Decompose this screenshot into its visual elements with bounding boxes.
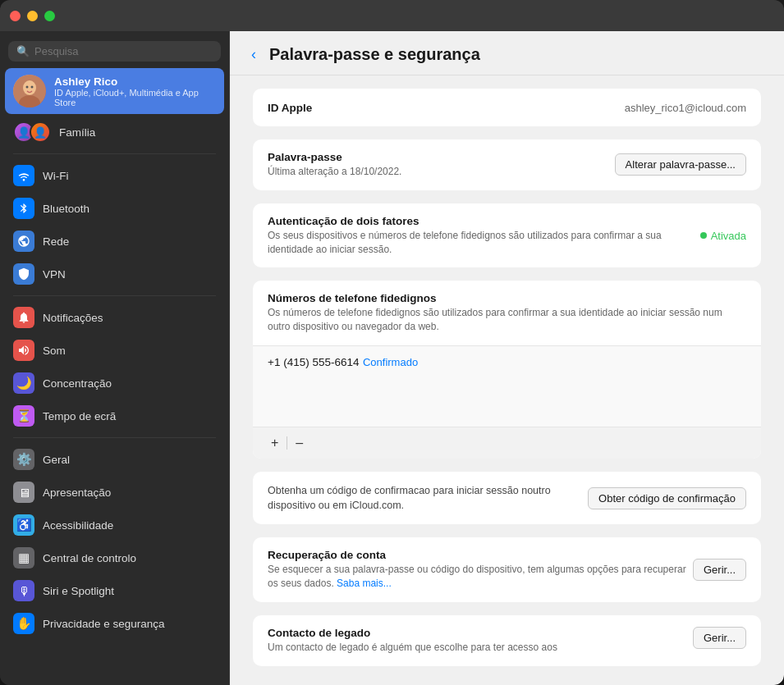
title-bar [0,0,784,31]
sidebar-item-vpn[interactable]: VPN [5,258,224,290]
sidebar-divider-1 [13,153,216,154]
apple-id-row: ID Apple ashley_rico1@icloud.com [253,89,761,126]
sidebar-item-label-bluetooth: Bluetooth [43,203,89,215]
two-factor-row: Autenticação de dois fatores Os seus dis… [253,203,761,268]
focus-icon: 🌙 [13,372,34,394]
display-icon: 🖥 [13,482,34,503]
apple-id-value: ashley_rico1@icloud.com [625,102,746,114]
sidebar-item-siri[interactable]: 🎙 Siri e Spotlight [5,574,224,607]
accessibility-icon: ♿ [13,514,34,536]
sidebar-item-bluetooth[interactable]: Bluetooth [5,192,224,225]
search-input[interactable] [34,45,213,57]
legacy-label-text: Contacto de legado [268,627,693,639]
sidebar-item-rede[interactable]: Rede [5,225,224,258]
status-dot [700,232,707,239]
user-subtitle: ID Apple, iCloud+, Multimédia e App Stor… [54,88,216,107]
family-avatar-2: 👤 [30,121,51,143]
privacy-icon: ✋ [13,613,34,634]
search-icon: 🔍 [16,45,30,57]
sidebar-item-wifi[interactable]: Wi-Fi [5,159,224,192]
sidebar-item-concentracao[interactable]: 🌙 Concentração [5,367,224,400]
app-window: 🔍 [0,0,784,685]
saba-link[interactable]: Saba mais... [337,578,392,589]
phone-confirmed: Confirmado [363,356,418,368]
password-row: Palavra-passe Última alteração a 18/10/2… [253,139,761,190]
back-button[interactable]: ‹ [246,44,261,65]
phone-number: +1 (415) 555-6614 [268,356,359,368]
legacy-contact-section: Contacto de legado Um contacto de legado… [253,615,761,666]
password-label-text: Palavra-passe [268,151,615,163]
sidebar-divider-3 [13,437,216,438]
confirm-code-section: Obtenha um código de confirmacao para in… [253,472,761,524]
recovery-label-text: Recuperação de conta [268,549,693,561]
family-item[interactable]: 👤 👤 Família [5,116,224,148]
page-title: Palavra-passe e segurança [269,45,480,64]
sidebar-item-label-concentracao: Concentração [43,377,112,390]
sidebar-item-som[interactable]: Som [5,334,224,367]
two-factor-label-text: Autenticação de dois fatores [268,215,700,227]
trusted-numbers-header-row: Números de telefone fidedignos Os número… [253,281,761,346]
sidebar-item-label-geral: Geral [43,454,70,466]
trusted-numbers-sub-text: Os números de telefone fidedignos são ut… [268,306,746,334]
sidebar-item-label-tempo: Tempo de ecrã [43,410,116,422]
svg-point-5 [31,86,34,89]
close-button[interactable] [10,11,21,21]
general-icon: ⚙️ [13,449,34,470]
sidebar: 🔍 [0,31,230,685]
two-factor-status: Ativada [700,230,746,242]
password-label: Palavra-passe Última alteração a 18/10/2… [268,151,615,179]
change-password-button[interactable]: Alterar palavra-passe... [615,153,746,176]
sidebar-item-label-apresentacao: Apresentação [43,486,111,499]
sidebar-item-label-rede: Rede [43,235,69,248]
sidebar-item-label-siri: Siri e Spotlight [43,585,114,597]
network-icon [13,231,34,252]
recovery-manage-button[interactable]: Gerir... [693,559,746,581]
family-label: Família [59,126,95,139]
user-info: Ashley Rico ID Apple, iCloud+, Multimédi… [54,75,216,107]
svg-point-4 [26,86,29,89]
add-phone-button[interactable]: + [264,434,285,452]
search-bar[interactable]: 🔍 [8,41,221,62]
sidebar-item-label-notificacoes: Notificações [43,312,103,324]
sidebar-item-notificacoes[interactable]: Notificações [5,301,224,334]
content-area: 🔍 [0,31,784,685]
trusted-numbers-section: Números de telefone fidedignos Os número… [253,281,761,459]
sidebar-item-geral[interactable]: ⚙️ Geral [5,443,224,476]
sidebar-divider-2 [13,295,216,296]
trusted-numbers-label-text: Números de telefone fidedignos [268,292,746,304]
sidebar-item-label-wifi: Wi-Fi [43,170,68,182]
wifi-icon [13,165,34,186]
phone-box: +1 (415) 555-6614 Confirmado [253,346,761,377]
sidebar-item-label-vpn: VPN [43,268,66,281]
trusted-numbers-label: Números de telefone fidedignos Os número… [268,292,746,334]
get-code-button[interactable]: Obter código de confirmação [588,487,746,509]
phone-empty-area [253,377,761,427]
minimize-button[interactable] [27,11,38,21]
notification-icon [13,307,34,328]
password-sub-text: Última alteração a 18/10/2022. [268,165,615,179]
legacy-row: Contacto de legado Um contacto de legado… [253,615,761,666]
sidebar-item-apresentacao[interactable]: 🖥 Apresentação [5,476,224,509]
sidebar-list: Ashley Rico ID Apple, iCloud+, Multimédi… [0,68,229,685]
sidebar-item-label-privacidade: Privacidade e segurança [43,618,165,630]
apple-id-label-text: ID Apple [268,102,312,114]
sidebar-item-privacidade[interactable]: ✋ Privacidade e segurança [5,607,224,640]
maximize-button[interactable] [44,11,55,21]
password-section: Palavra-passe Última alteração a 18/10/2… [253,139,761,190]
legacy-label: Contacto de legado Um contacto de legado… [268,627,693,655]
recovery-row: Recuperação de conta Se esquecer a sua p… [253,537,761,602]
recovery-sub-text: Se esquecer a sua palavra-passe ou códig… [268,563,693,591]
two-factor-section: Autenticação de dois fatores Os seus dis… [253,203,761,268]
vpn-icon [13,263,34,285]
sidebar-item-tempo[interactable]: ⏳ Tempo de ecrã [5,400,224,432]
sidebar-item-controlo[interactable]: ▦ Central de controlo [5,541,224,574]
remove-phone-button[interactable]: – [289,434,309,452]
avatar [13,75,46,107]
screentime-icon: ⏳ [13,405,34,427]
sidebar-item-acessibilidade[interactable]: ♿ Acessibilidade [5,509,224,541]
family-avatars: 👤 👤 [13,121,51,143]
user-profile-item[interactable]: Ashley Rico ID Apple, iCloud+, Multimédi… [5,68,224,114]
siri-icon: 🎙 [13,580,34,601]
sidebar-item-label-controlo: Central de controlo [43,552,136,564]
legacy-manage-button[interactable]: Gerir... [693,627,746,649]
